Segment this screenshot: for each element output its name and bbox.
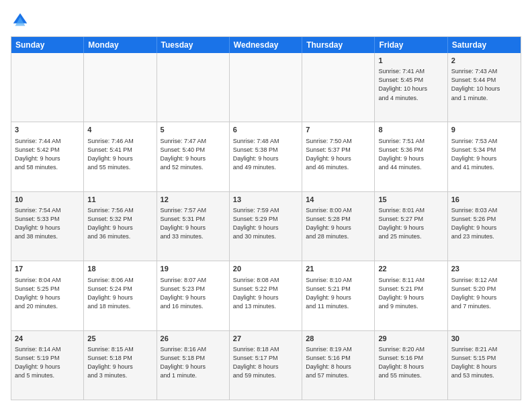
calendar: SundayMondayTuesdayWednesdayThursdayFrid… — [11, 36, 521, 400]
header-cell-sunday: Sunday — [11, 37, 84, 53]
cell-info: Sunrise: 7:44 AM Sunset: 5:42 PM Dayligh… — [15, 137, 80, 172]
cell-info: Sunrise: 8:08 AM Sunset: 5:22 PM Dayligh… — [233, 276, 298, 311]
cal-cell-3-5: 22Sunrise: 8:11 AM Sunset: 5:21 PM Dayli… — [375, 261, 447, 330]
day-number: 2 — [451, 56, 517, 66]
cal-cell-2-0: 10Sunrise: 7:54 AM Sunset: 5:33 PM Dayli… — [11, 192, 84, 261]
cal-cell-2-6: 16Sunrise: 8:03 AM Sunset: 5:26 PM Dayli… — [448, 192, 521, 261]
day-number: 25 — [87, 334, 152, 344]
cal-cell-1-4: 7Sunrise: 7:50 AM Sunset: 5:37 PM Daylig… — [302, 122, 375, 191]
cal-cell-2-3: 13Sunrise: 7:59 AM Sunset: 5:29 PM Dayli… — [230, 192, 302, 261]
cal-cell-3-4: 21Sunrise: 8:10 AM Sunset: 5:21 PM Dayli… — [302, 261, 375, 330]
cell-info: Sunrise: 7:41 AM Sunset: 5:45 PM Dayligh… — [378, 67, 443, 102]
cal-cell-1-6: 9Sunrise: 7:53 AM Sunset: 5:34 PM Daylig… — [448, 122, 521, 191]
cell-info: Sunrise: 7:50 AM Sunset: 5:37 PM Dayligh… — [306, 137, 371, 172]
cal-cell-1-5: 8Sunrise: 7:51 AM Sunset: 5:36 PM Daylig… — [375, 122, 447, 191]
cal-cell-1-2: 5Sunrise: 7:47 AM Sunset: 5:40 PM Daylig… — [157, 122, 230, 191]
cal-cell-2-2: 12Sunrise: 7:57 AM Sunset: 5:31 PM Dayli… — [157, 192, 230, 261]
cell-info: Sunrise: 8:20 AM Sunset: 5:16 PM Dayligh… — [378, 345, 443, 380]
cell-info: Sunrise: 8:00 AM Sunset: 5:28 PM Dayligh… — [306, 206, 371, 241]
cell-info: Sunrise: 7:51 AM Sunset: 5:36 PM Dayligh… — [378, 137, 443, 172]
day-number: 16 — [451, 195, 517, 205]
day-number: 13 — [233, 195, 298, 205]
cal-cell-1-3: 6Sunrise: 7:48 AM Sunset: 5:38 PM Daylig… — [230, 122, 302, 191]
cal-cell-0-1 — [84, 53, 157, 122]
cal-cell-4-2: 26Sunrise: 8:16 AM Sunset: 5:18 PM Dayli… — [157, 331, 230, 400]
day-number: 19 — [161, 264, 226, 274]
cell-info: Sunrise: 8:18 AM Sunset: 5:17 PM Dayligh… — [233, 345, 298, 380]
day-number: 12 — [161, 195, 226, 205]
day-number: 3 — [15, 125, 80, 135]
day-number: 22 — [378, 264, 443, 274]
cell-info: Sunrise: 7:56 AM Sunset: 5:32 PM Dayligh… — [87, 206, 152, 241]
cal-cell-3-0: 17Sunrise: 8:04 AM Sunset: 5:25 PM Dayli… — [11, 261, 84, 330]
header-cell-tuesday: Tuesday — [157, 37, 230, 53]
cell-info: Sunrise: 7:54 AM Sunset: 5:33 PM Dayligh… — [15, 206, 80, 241]
day-number: 7 — [306, 125, 371, 135]
cal-row-2: 10Sunrise: 7:54 AM Sunset: 5:33 PM Dayli… — [11, 191, 521, 261]
cell-info: Sunrise: 7:59 AM Sunset: 5:29 PM Dayligh… — [233, 206, 298, 241]
cal-cell-2-4: 14Sunrise: 8:00 AM Sunset: 5:28 PM Dayli… — [302, 192, 375, 261]
cell-info: Sunrise: 8:14 AM Sunset: 5:19 PM Dayligh… — [15, 345, 80, 380]
day-number: 21 — [306, 264, 371, 274]
cal-cell-4-1: 25Sunrise: 8:15 AM Sunset: 5:18 PM Dayli… — [84, 331, 157, 400]
cell-info: Sunrise: 8:07 AM Sunset: 5:23 PM Dayligh… — [161, 276, 226, 311]
cal-cell-0-0 — [11, 53, 84, 122]
day-number: 15 — [378, 195, 443, 205]
day-number: 26 — [161, 334, 226, 344]
cal-cell-3-6: 23Sunrise: 8:12 AM Sunset: 5:20 PM Dayli… — [448, 261, 521, 330]
cell-info: Sunrise: 8:15 AM Sunset: 5:18 PM Dayligh… — [87, 345, 152, 380]
logo — [11, 11, 32, 30]
cal-cell-3-3: 20Sunrise: 8:08 AM Sunset: 5:22 PM Dayli… — [230, 261, 302, 330]
cell-info: Sunrise: 8:10 AM Sunset: 5:21 PM Dayligh… — [306, 276, 371, 311]
day-number: 8 — [378, 125, 443, 135]
header-cell-friday: Friday — [375, 37, 447, 53]
day-number: 24 — [15, 334, 80, 344]
cal-row-4: 24Sunrise: 8:14 AM Sunset: 5:19 PM Dayli… — [11, 330, 521, 400]
cal-row-3: 17Sunrise: 8:04 AM Sunset: 5:25 PM Dayli… — [11, 261, 521, 330]
cell-info: Sunrise: 8:19 AM Sunset: 5:16 PM Dayligh… — [306, 345, 371, 380]
header-cell-thursday: Thursday — [302, 37, 375, 53]
cal-cell-0-3 — [230, 53, 302, 122]
day-number: 5 — [161, 125, 226, 135]
cell-info: Sunrise: 7:53 AM Sunset: 5:34 PM Dayligh… — [451, 137, 517, 172]
header-cell-wednesday: Wednesday — [230, 37, 302, 53]
cal-cell-0-5: 1Sunrise: 7:41 AM Sunset: 5:45 PM Daylig… — [375, 53, 447, 122]
day-number: 28 — [306, 334, 371, 344]
day-number: 18 — [87, 264, 152, 274]
day-number: 9 — [451, 125, 517, 135]
cell-info: Sunrise: 7:43 AM Sunset: 5:44 PM Dayligh… — [451, 67, 517, 102]
day-number: 14 — [306, 195, 371, 205]
cell-info: Sunrise: 8:12 AM Sunset: 5:20 PM Dayligh… — [451, 276, 517, 311]
day-number: 10 — [15, 195, 80, 205]
cal-cell-3-2: 19Sunrise: 8:07 AM Sunset: 5:23 PM Dayli… — [157, 261, 230, 330]
cell-info: Sunrise: 7:48 AM Sunset: 5:38 PM Dayligh… — [233, 137, 298, 172]
cal-cell-4-3: 27Sunrise: 8:18 AM Sunset: 5:17 PM Dayli… — [230, 331, 302, 400]
cell-info: Sunrise: 8:16 AM Sunset: 5:18 PM Dayligh… — [161, 345, 226, 380]
day-number: 30 — [451, 334, 517, 344]
cell-info: Sunrise: 8:01 AM Sunset: 5:27 PM Dayligh… — [378, 206, 443, 241]
cell-info: Sunrise: 8:06 AM Sunset: 5:24 PM Dayligh… — [87, 276, 152, 311]
cal-cell-4-5: 29Sunrise: 8:20 AM Sunset: 5:16 PM Dayli… — [375, 331, 447, 400]
cell-info: Sunrise: 8:21 AM Sunset: 5:15 PM Dayligh… — [451, 345, 517, 380]
logo-icon — [11, 11, 30, 30]
day-number: 27 — [233, 334, 298, 344]
cal-cell-4-6: 30Sunrise: 8:21 AM Sunset: 5:15 PM Dayli… — [448, 331, 521, 400]
cal-cell-2-1: 11Sunrise: 7:56 AM Sunset: 5:32 PM Dayli… — [84, 192, 157, 261]
header — [11, 11, 521, 30]
cell-info: Sunrise: 8:04 AM Sunset: 5:25 PM Dayligh… — [15, 276, 80, 311]
cal-row-1: 3Sunrise: 7:44 AM Sunset: 5:42 PM Daylig… — [11, 122, 521, 191]
cal-cell-4-4: 28Sunrise: 8:19 AM Sunset: 5:16 PM Dayli… — [302, 331, 375, 400]
cell-info: Sunrise: 7:47 AM Sunset: 5:40 PM Dayligh… — [161, 137, 226, 172]
cal-cell-1-0: 3Sunrise: 7:44 AM Sunset: 5:42 PM Daylig… — [11, 122, 84, 191]
calendar-body: 1Sunrise: 7:41 AM Sunset: 5:45 PM Daylig… — [11, 53, 521, 400]
header-cell-saturday: Saturday — [448, 37, 521, 53]
cal-cell-4-0: 24Sunrise: 8:14 AM Sunset: 5:19 PM Dayli… — [11, 331, 84, 400]
cal-cell-0-4 — [302, 53, 375, 122]
day-number: 23 — [451, 264, 517, 274]
day-number: 6 — [233, 125, 298, 135]
day-number: 11 — [87, 195, 152, 205]
day-number: 29 — [378, 334, 443, 344]
day-number: 17 — [15, 264, 80, 274]
cell-info: Sunrise: 8:03 AM Sunset: 5:26 PM Dayligh… — [451, 206, 517, 241]
day-number: 20 — [233, 264, 298, 274]
